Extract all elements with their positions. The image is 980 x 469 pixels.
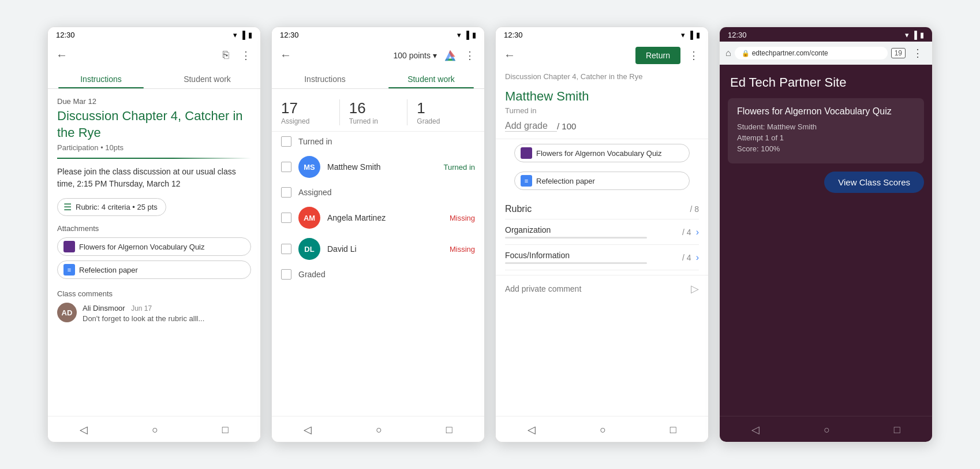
dark-content: Ed Tech Partner Site Flowers for Algerno… xyxy=(720,65,932,416)
description-text: Please join the class discussion at our … xyxy=(48,166,260,198)
nav-recent-icon-3[interactable]: □ xyxy=(662,422,684,438)
student-status-david: Missing xyxy=(450,245,475,254)
points-dropdown-icon: ▾ xyxy=(433,51,437,60)
battery-icon-4: ▮ xyxy=(920,31,924,39)
nav-home-icon-1[interactable]: ○ xyxy=(144,422,166,438)
nav-home-icon-3[interactable]: ○ xyxy=(592,422,614,438)
more-icon-1[interactable]: ⋮ xyxy=(237,47,255,64)
battery-icon-3: ▮ xyxy=(696,31,700,39)
wifi-icon-4: ▾ xyxy=(905,31,909,39)
tab-instructions-1[interactable]: Instructions xyxy=(48,69,154,88)
battery-icon: ▮ xyxy=(248,31,252,39)
back-button-1[interactable]: ← xyxy=(54,46,70,64)
nav-back-icon-4[interactable]: ◁ xyxy=(743,421,768,438)
back-button-2[interactable]: ← xyxy=(278,46,294,64)
attachment-chip-1[interactable]: Flowers for Algernon Vocabulary Quiz xyxy=(57,237,251,256)
signal-icon-4: ▐ xyxy=(912,31,917,39)
rubric-criterion-focus[interactable]: Focus/Information / 4 › xyxy=(505,245,699,270)
quiz-card: Flowers for Algernon Vocabulary Quiz Stu… xyxy=(728,98,924,163)
phone-screen-2: 12:30 ▾ ▐ ▮ ← 100 points ▾ ⋮ Instruction… xyxy=(271,27,485,442)
stat-graded: 1 Graded xyxy=(407,99,475,125)
drive-icon xyxy=(444,49,457,62)
nav-home-icon-2[interactable]: ○ xyxy=(368,422,390,438)
browser-url-box[interactable]: 🔒 edtechpartner.com/conte xyxy=(735,47,888,59)
attachment-chip-3-1[interactable]: Flowers for Algernon Vocabulary Quiz xyxy=(514,144,690,162)
student-row-angela[interactable]: AM Angela Martinez Missing xyxy=(272,202,484,233)
checkbox-matthew[interactable] xyxy=(281,162,291,172)
back-button-3[interactable]: ← xyxy=(502,46,518,64)
stats-row: 17 Assigned 16 Turned in 1 Graded xyxy=(272,89,484,132)
nav-bar-2: ◁ ○ □ xyxy=(272,416,484,442)
screen1-content: Due Mar 12 Discussion Chapter 4, Catcher… xyxy=(48,89,260,416)
more-icon-2[interactable]: ⋮ xyxy=(461,47,478,64)
checkbox-angela[interactable] xyxy=(281,213,291,223)
more-icon-3[interactable]: ⋮ xyxy=(685,47,702,64)
student-row-david[interactable]: DL David Li Missing xyxy=(272,233,484,265)
section-graded-label: Graded xyxy=(298,270,326,279)
grade-input[interactable] xyxy=(505,121,557,132)
comment-row: AD Ali Dinsmoor Jun 17 Don't forget to l… xyxy=(48,303,260,327)
share-icon[interactable]: ⎘ xyxy=(219,47,233,64)
nav-back-icon-1[interactable]: ◁ xyxy=(72,421,96,438)
points-chip[interactable]: 100 points ▾ xyxy=(391,51,439,60)
student-row-matthew[interactable]: MS Matthew Smith Turned in xyxy=(272,151,484,183)
status-time-3: 12:30 xyxy=(504,31,523,39)
criterion-org-chevron[interactable]: › xyxy=(696,227,699,237)
nav-recent-icon-4[interactable]: □ xyxy=(886,422,908,438)
comment-content: Ali Dinsmoor Jun 17 Don't forget to look… xyxy=(83,303,251,323)
quiz-title: Flowers for Algernon Vocabulary Quiz xyxy=(737,106,915,117)
rubric-criterion-org[interactable]: Organization / 4 › xyxy=(505,219,699,245)
score-label: Score: 100% xyxy=(737,144,915,153)
attachment-row-3: Flowers for Algernon Vocabulary Quiz ≡ R… xyxy=(496,139,708,197)
lock-icon: 🔒 xyxy=(742,50,750,57)
nav-recent-icon-2[interactable]: □ xyxy=(438,422,461,438)
comment-date: Jun 17 xyxy=(131,304,152,312)
checkbox-graded-header[interactable] xyxy=(281,269,291,280)
due-date: Due Mar 12 xyxy=(48,89,260,108)
commenter-name: Ali Dinsmoor xyxy=(83,304,125,312)
turned-in-label: Turned in xyxy=(496,106,708,117)
stat-turned: 16 Turned in xyxy=(339,99,407,125)
rubric-section: Rubric / 8 Organization / 4 › xyxy=(496,197,708,270)
attachment-chip-2[interactable]: ≡ Refelection paper xyxy=(57,260,251,279)
checkbox-assigned-header[interactable] xyxy=(281,187,291,198)
send-icon[interactable]: ▷ xyxy=(691,282,699,295)
checkbox-david[interactable] xyxy=(281,244,291,254)
tab-count[interactable]: 19 xyxy=(891,48,906,58)
student-name-david: David Li xyxy=(327,244,443,254)
status-icons-1: ▾ ▐ ▮ xyxy=(233,31,252,39)
tabs-2: Instructions Student work xyxy=(272,69,484,89)
criterion-org-score: / 4 › xyxy=(682,227,699,237)
signal-icon: ▐ xyxy=(240,31,245,39)
site-title: Ed Tech Partner Site xyxy=(720,65,932,98)
status-bar-4: 12:30 ▾ ▐ ▮ xyxy=(720,27,932,42)
add-comment-input[interactable] xyxy=(505,284,691,293)
status-bar-3: 12:30 ▾ ▐ ▮ xyxy=(496,27,708,42)
nav-recent-icon-1[interactable]: □ xyxy=(214,422,237,438)
attachment-chip-3-2[interactable]: ≡ Refelection paper xyxy=(514,172,690,190)
commenter-avatar: AD xyxy=(57,303,77,322)
nav-back-icon-3[interactable]: ◁ xyxy=(519,421,544,438)
status-time-4: 12:30 xyxy=(728,31,747,39)
criterion-focus-chevron[interactable]: › xyxy=(696,252,699,263)
status-bar-2: 12:30 ▾ ▐ ▮ xyxy=(272,27,484,42)
checkbox-turned-in-header[interactable] xyxy=(281,136,291,147)
screen3-content: Discussion Chapter 4, Catcher in the Rye… xyxy=(496,69,708,416)
tab-student-work-1[interactable]: Student work xyxy=(154,69,260,88)
rubric-chip[interactable]: ☰ Rubric: 4 criteria • 25 pts xyxy=(57,198,166,216)
reflection-icon-3: ≡ xyxy=(521,175,532,187)
browser-home-icon[interactable]: ⌂ xyxy=(725,48,731,58)
attachment2-label: Refelection paper xyxy=(79,266,138,274)
view-class-scores-button[interactable]: View Class Scores xyxy=(824,172,924,193)
student-name-matthew: Matthew Smith xyxy=(327,162,437,172)
signal-icon-3: ▐ xyxy=(688,31,693,39)
tab-student-work-2[interactable]: Student work xyxy=(378,69,484,88)
screen2-content: 17 Assigned 16 Turned in 1 Graded Turned… xyxy=(272,89,484,416)
nav-bar-3: ◁ ○ □ xyxy=(496,416,708,442)
tab-instructions-2[interactable]: Instructions xyxy=(272,69,378,88)
more-icon-4[interactable]: ⋮ xyxy=(909,44,926,62)
nav-home-icon-4[interactable]: ○ xyxy=(816,422,838,438)
nav-back-icon-2[interactable]: ◁ xyxy=(296,421,320,438)
criterion-focus-score: / 4 › xyxy=(682,252,699,263)
return-button[interactable]: Return xyxy=(635,47,680,64)
